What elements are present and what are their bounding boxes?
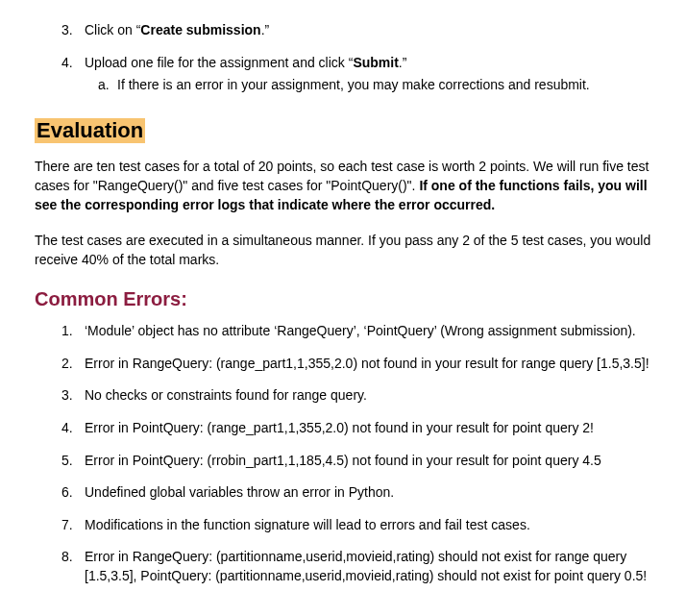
step-3-bold: Create submission bbox=[140, 22, 260, 37]
error-item: ‘Module’ object has no attribute ‘RangeQ… bbox=[85, 322, 651, 341]
common-errors-heading: Common Errors: bbox=[35, 288, 651, 310]
evaluation-paragraph-2: The test cases are executed in a simulta… bbox=[35, 231, 651, 270]
step-4-prefix: Upload one file for the assignment and c… bbox=[85, 55, 353, 70]
submission-steps-list: Click on “Create submission.” Upload one… bbox=[35, 21, 651, 95]
error-item: Modifications in the function signature … bbox=[85, 516, 651, 535]
step-4-bold: Submit bbox=[353, 55, 398, 70]
step-3-prefix: Click on “ bbox=[85, 22, 140, 37]
evaluation-paragraph-1: There are ten test cases for a total of … bbox=[35, 157, 651, 215]
evaluation-heading: Evaluation bbox=[35, 118, 145, 143]
error-item: No checks or constraints found for range… bbox=[85, 386, 651, 406]
step-4-suffix: .” bbox=[399, 55, 407, 70]
document-page: Click on “Create submission.” Upload one… bbox=[0, 0, 686, 616]
error-item: Error in RangeQuery: (partitionname,user… bbox=[85, 548, 651, 585]
error-item: Error in RangeQuery: (range_part1,1,355,… bbox=[85, 355, 651, 374]
common-errors-list: ‘Module’ object has no attribute ‘RangeQ… bbox=[35, 322, 651, 585]
step-3-suffix: .” bbox=[261, 22, 270, 37]
error-item: Error in PointQuery: (range_part1,1,355,… bbox=[85, 419, 651, 438]
step-4: Upload one file for the assignment and c… bbox=[85, 54, 651, 95]
error-item: Undefined global variables throw an erro… bbox=[85, 483, 651, 503]
error-item: Error in PointQuery: (rrobin_part1,1,185… bbox=[85, 452, 651, 471]
step-4-sub-a: If there is an error in your assignment,… bbox=[117, 76, 651, 95]
step-3: Click on “Create submission.” bbox=[85, 21, 651, 40]
